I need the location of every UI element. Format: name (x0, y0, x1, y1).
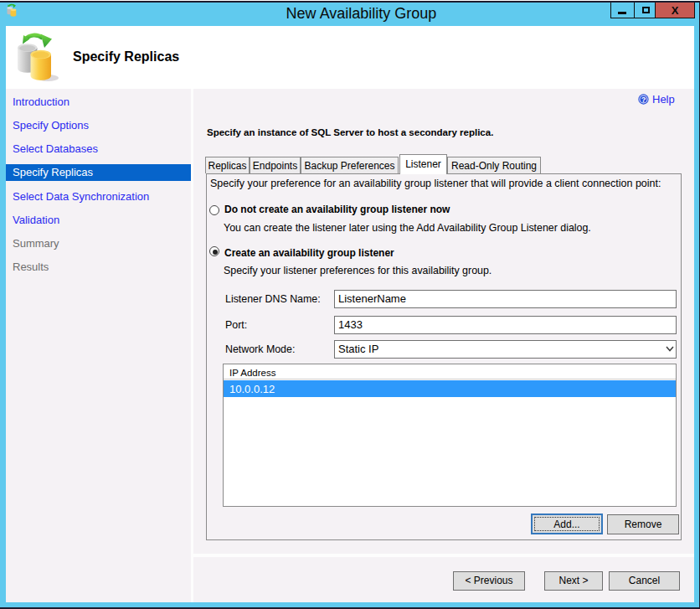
svg-text:?: ? (641, 95, 646, 104)
